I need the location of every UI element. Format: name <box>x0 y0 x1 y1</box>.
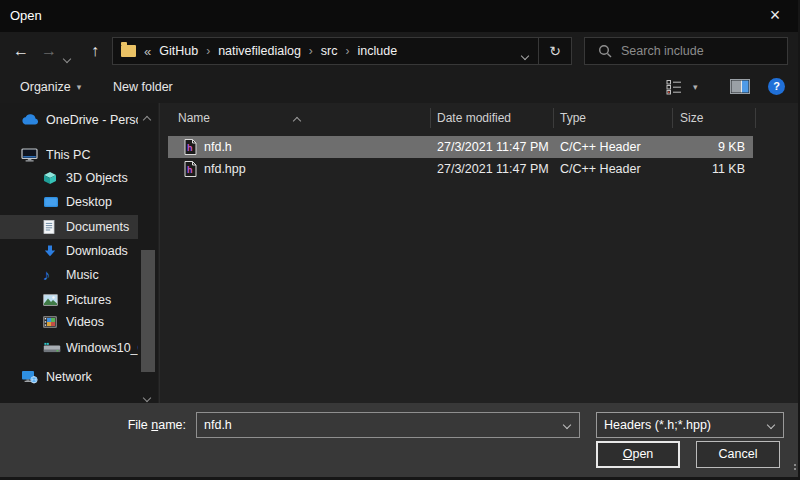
new-folder-button[interactable]: New folder <box>113 71 173 103</box>
sidebar-item-music[interactable]: ♪ Music <box>0 263 138 287</box>
chevron-down-icon <box>143 394 151 402</box>
column-header-date-modified[interactable]: Date modified <box>437 103 511 133</box>
downloads-arrow-icon <box>43 245 57 258</box>
sidebar-scroll-up-button[interactable] <box>144 109 150 127</box>
column-divider[interactable] <box>755 108 756 128</box>
navigation-bar: ← → ↑ « GitHub › nativefiledialog › src … <box>0 32 798 71</box>
file-name-combobox[interactable] <box>196 412 580 438</box>
file-size: 9 KB <box>718 136 745 158</box>
sidebar-scrollbar-thumb[interactable] <box>141 250 155 372</box>
file-size: 11 KB <box>712 158 745 180</box>
file-name: nfd.h <box>204 136 232 158</box>
svg-text:h: h <box>187 143 193 153</box>
up-button[interactable]: ↑ <box>82 37 108 65</box>
column-header-type[interactable]: Type <box>560 103 586 133</box>
file-row-nfd-hpp[interactable]: h nfd.hpp 27/3/2021 11:47 PM C/C++ Heade… <box>168 158 753 180</box>
disk-drive-icon <box>43 343 61 354</box>
column-divider[interactable] <box>672 108 673 128</box>
views-button[interactable] <box>666 80 682 98</box>
cancel-button[interactable]: Cancel <box>696 441 780 468</box>
desktop-icon <box>43 196 59 208</box>
network-icon <box>21 370 38 384</box>
refresh-button[interactable]: ↻ <box>538 38 571 64</box>
refresh-icon: ↻ <box>549 43 561 59</box>
organize-button[interactable]: Organize▾ <box>20 71 81 103</box>
file-type-dropdown[interactable]: Headers (*.h;*.hpp) <box>596 412 784 438</box>
sidebar-item-onedrive[interactable]: OneDrive - Persor <box>0 108 138 132</box>
breadcrumb-item-include[interactable]: include <box>358 44 398 58</box>
chevron-down-icon <box>63 55 71 63</box>
address-bar[interactable]: « GitHub › nativefiledialog › src › incl… <box>112 37 572 65</box>
help-icon: ? <box>773 80 780 92</box>
address-dropdown-button[interactable] <box>522 48 528 62</box>
sidebar-item-desktop[interactable]: Desktop <box>0 190 138 214</box>
sort-ascending-icon <box>294 110 300 128</box>
new-folder-label: New folder <box>113 80 173 94</box>
file-name-label: File name: <box>0 412 186 438</box>
sidebar-item-windows10-os-drive[interactable]: Windows10_OS ( <box>0 336 138 360</box>
column-divider[interactable] <box>430 108 431 128</box>
videos-film-icon <box>43 316 57 328</box>
column-header-name[interactable]: Name <box>178 103 210 133</box>
file-row-nfd-h[interactable]: h nfd.h 27/3/2021 11:47 PM C/C++ Header … <box>168 136 753 158</box>
back-button[interactable]: ← <box>8 37 34 65</box>
header-file-icon: h <box>184 139 197 155</box>
resize-grip[interactable] <box>790 468 792 470</box>
chevron-down-icon[interactable] <box>563 421 571 429</box>
preview-pane-button[interactable] <box>730 79 750 98</box>
chevron-right-icon: › <box>206 44 210 58</box>
sidebar-item-documents[interactable]: Documents <box>0 215 138 239</box>
sidebar-item-3d-objects[interactable]: 3D Objects <box>0 166 138 190</box>
column-divider[interactable] <box>553 108 554 128</box>
organize-label: Organize <box>20 80 71 94</box>
chevron-up-icon <box>143 116 151 124</box>
views-icon <box>666 80 682 95</box>
help-button[interactable]: ? <box>768 78 785 95</box>
navigation-pane: OneDrive - Persor This PC <box>0 103 158 403</box>
file-type: C/C++ Header <box>560 158 641 180</box>
3d-objects-cube-icon <box>43 171 57 185</box>
recent-locations-button[interactable] <box>64 48 70 66</box>
breadcrumb-item-src[interactable]: src <box>321 44 338 58</box>
dropdown-arrow-icon: ▾ <box>77 82 82 92</box>
forward-button[interactable]: → <box>36 37 62 65</box>
forward-icon: → <box>41 42 57 59</box>
breadcrumb-item-github[interactable]: GitHub <box>159 44 198 58</box>
file-date-modified: 27/3/2021 11:47 PM <box>437 136 549 158</box>
dropdown-arrow-icon: ▾ <box>693 82 698 92</box>
chevron-down-icon <box>767 421 775 429</box>
command-toolbar: Organize▾ New folder ▾ ? <box>0 71 798 103</box>
column-header-size[interactable]: Size <box>680 103 703 133</box>
file-type-value: Headers (*.h;*.hpp) <box>604 418 711 432</box>
pictures-icon <box>43 294 58 306</box>
sidebar-item-pictures[interactable]: Pictures <box>0 288 138 312</box>
header-file-icon: h <box>184 161 197 177</box>
file-name: nfd.hpp <box>204 158 246 180</box>
chevron-right-icon: › <box>309 44 313 58</box>
svg-text:h: h <box>187 165 193 175</box>
sidebar-item-videos[interactable]: Videos <box>0 310 138 334</box>
window-title: Open <box>10 0 42 32</box>
folder-icon <box>121 45 136 57</box>
documents-icon <box>43 220 55 235</box>
file-name-input[interactable] <box>197 413 554 437</box>
up-icon: ↑ <box>91 42 99 59</box>
dialog-content: OneDrive - Persor This PC <box>0 103 798 403</box>
sidebar-item-network[interactable]: Network <box>0 365 138 389</box>
breadcrumb-overflow-icon[interactable]: « <box>144 44 151 59</box>
search-box[interactable] <box>584 37 788 65</box>
search-icon <box>598 44 612 58</box>
file-date-modified: 27/3/2021 11:47 PM <box>437 158 549 180</box>
titlebar: Open × <box>0 0 798 32</box>
open-dialog-window: Open × ← → ↑ « GitHub › nativefiledialog… <box>0 0 800 480</box>
file-list-pane: Name Date modified Type Size h nfd.h 27/… <box>159 103 798 403</box>
breadcrumb-item-nativefiledialog[interactable]: nativefiledialog <box>218 44 301 58</box>
close-button[interactable]: × <box>752 0 798 32</box>
sidebar-item-downloads[interactable]: Downloads <box>0 239 138 263</box>
views-dropdown-button[interactable]: ▾ <box>693 82 698 92</box>
open-button[interactable]: Open <box>596 441 680 468</box>
search-input[interactable] <box>621 44 761 58</box>
this-pc-icon <box>21 148 39 162</box>
sidebar-item-this-pc[interactable]: This PC <box>0 143 138 167</box>
close-icon: × <box>770 5 781 25</box>
